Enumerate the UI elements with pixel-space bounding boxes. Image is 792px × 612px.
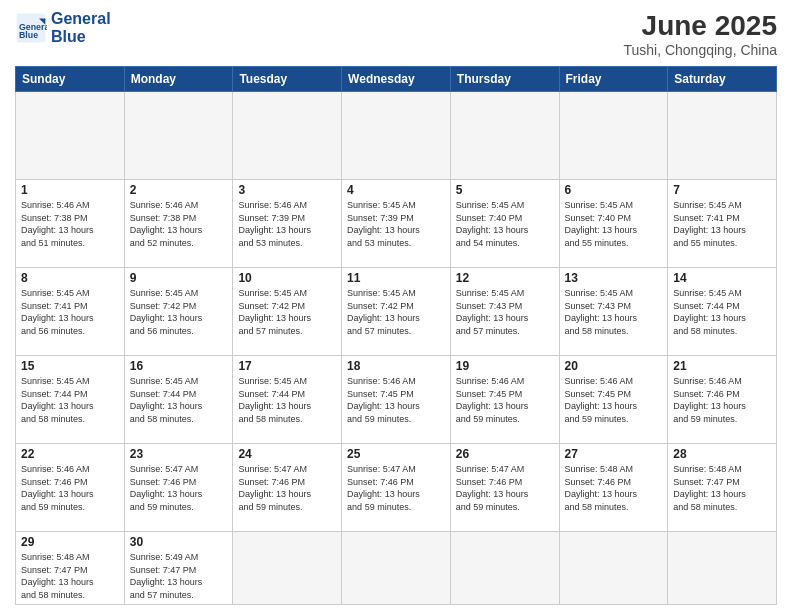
calendar-header-row: Sunday Monday Tuesday Wednesday Thursday…: [16, 67, 777, 92]
cell-info-line: and 59 minutes.: [347, 501, 445, 514]
page: General Blue General Blue June 2025 Tush…: [0, 0, 792, 612]
cell-info-line: Sunrise: 5:45 AM: [21, 375, 119, 388]
day-number: 19: [456, 359, 554, 373]
table-row: 15Sunrise: 5:45 AMSunset: 7:44 PMDayligh…: [16, 356, 125, 444]
cell-info-line: Daylight: 13 hours: [347, 312, 445, 325]
table-row: 18Sunrise: 5:46 AMSunset: 7:45 PMDayligh…: [342, 356, 451, 444]
cell-info-line: Sunrise: 5:49 AM: [130, 551, 228, 564]
table-row: 29Sunrise: 5:48 AMSunset: 7:47 PMDayligh…: [16, 532, 125, 605]
table-row: 4Sunrise: 5:45 AMSunset: 7:39 PMDaylight…: [342, 180, 451, 268]
table-row: 16Sunrise: 5:45 AMSunset: 7:44 PMDayligh…: [124, 356, 233, 444]
cell-info-line: Daylight: 13 hours: [347, 488, 445, 501]
day-number: 6: [565, 183, 663, 197]
cell-info-line: Daylight: 13 hours: [673, 400, 771, 413]
cell-info-line: Sunrise: 5:47 AM: [130, 463, 228, 476]
cell-info-line: Daylight: 13 hours: [130, 488, 228, 501]
col-tuesday: Tuesday: [233, 67, 342, 92]
day-number: 12: [456, 271, 554, 285]
table-row: 20Sunrise: 5:46 AMSunset: 7:45 PMDayligh…: [559, 356, 668, 444]
day-number: 4: [347, 183, 445, 197]
cell-info-line: Sunrise: 5:45 AM: [21, 287, 119, 300]
day-number: 17: [238, 359, 336, 373]
table-row: [668, 92, 777, 180]
cell-info-line: Sunrise: 5:46 AM: [130, 199, 228, 212]
cell-info-line: and 58 minutes.: [673, 325, 771, 338]
cell-info-line: Sunrise: 5:48 AM: [673, 463, 771, 476]
day-number: 21: [673, 359, 771, 373]
cell-info-line: Sunset: 7:44 PM: [130, 388, 228, 401]
cell-info-line: Sunset: 7:45 PM: [565, 388, 663, 401]
month-title: June 2025: [623, 10, 777, 42]
table-row: [450, 92, 559, 180]
cell-info-line: Sunset: 7:44 PM: [673, 300, 771, 313]
cell-info-line: and 59 minutes.: [238, 501, 336, 514]
cell-info-line: Sunrise: 5:48 AM: [565, 463, 663, 476]
cell-info-line: Daylight: 13 hours: [21, 488, 119, 501]
cell-info-line: Daylight: 13 hours: [456, 312, 554, 325]
table-row: [342, 532, 451, 605]
table-row: 9Sunrise: 5:45 AMSunset: 7:42 PMDaylight…: [124, 268, 233, 356]
cell-info-line: Sunrise: 5:47 AM: [456, 463, 554, 476]
table-row: [450, 532, 559, 605]
cell-info-line: Daylight: 13 hours: [21, 576, 119, 589]
col-friday: Friday: [559, 67, 668, 92]
cell-info-line: Sunset: 7:47 PM: [21, 564, 119, 577]
cell-info-line: Daylight: 13 hours: [347, 400, 445, 413]
day-number: 30: [130, 535, 228, 549]
table-row: 5Sunrise: 5:45 AMSunset: 7:40 PMDaylight…: [450, 180, 559, 268]
cell-info-line: Sunrise: 5:46 AM: [21, 463, 119, 476]
cell-info-line: and 58 minutes.: [238, 413, 336, 426]
cell-info-line: and 59 minutes.: [130, 501, 228, 514]
cell-info-line: and 58 minutes.: [673, 501, 771, 514]
day-number: 8: [21, 271, 119, 285]
day-number: 24: [238, 447, 336, 461]
table-row: 28Sunrise: 5:48 AMSunset: 7:47 PMDayligh…: [668, 444, 777, 532]
cell-info-line: Daylight: 13 hours: [673, 488, 771, 501]
cell-info-line: and 57 minutes.: [130, 589, 228, 602]
cell-info-line: and 58 minutes.: [21, 413, 119, 426]
cell-info-line: Sunset: 7:38 PM: [21, 212, 119, 225]
table-row: 13Sunrise: 5:45 AMSunset: 7:43 PMDayligh…: [559, 268, 668, 356]
table-row: 14Sunrise: 5:45 AMSunset: 7:44 PMDayligh…: [668, 268, 777, 356]
cell-info-line: Daylight: 13 hours: [565, 400, 663, 413]
cell-info-line: Sunrise: 5:47 AM: [347, 463, 445, 476]
table-row: [559, 92, 668, 180]
cell-info-line: Daylight: 13 hours: [21, 312, 119, 325]
day-number: 14: [673, 271, 771, 285]
cell-info-line: and 59 minutes.: [565, 413, 663, 426]
title-block: June 2025 Tushi, Chongqing, China: [623, 10, 777, 58]
day-number: 2: [130, 183, 228, 197]
cell-info-line: Sunrise: 5:46 AM: [565, 375, 663, 388]
logo-line1: General: [51, 10, 111, 28]
cell-info-line: and 59 minutes.: [456, 501, 554, 514]
cell-info-line: Sunrise: 5:45 AM: [347, 287, 445, 300]
col-saturday: Saturday: [668, 67, 777, 92]
day-number: 5: [456, 183, 554, 197]
cell-info-line: Sunset: 7:46 PM: [347, 476, 445, 489]
table-row: 2Sunrise: 5:46 AMSunset: 7:38 PMDaylight…: [124, 180, 233, 268]
cell-info-line: Sunrise: 5:45 AM: [456, 287, 554, 300]
svg-text:Blue: Blue: [19, 30, 38, 40]
cell-info-line: Daylight: 13 hours: [456, 400, 554, 413]
cell-info-line: Sunrise: 5:45 AM: [130, 375, 228, 388]
day-number: 28: [673, 447, 771, 461]
cell-info-line: Sunrise: 5:45 AM: [238, 375, 336, 388]
cell-info-line: Daylight: 13 hours: [565, 488, 663, 501]
day-number: 27: [565, 447, 663, 461]
cell-info-line: Sunrise: 5:45 AM: [130, 287, 228, 300]
day-number: 3: [238, 183, 336, 197]
cell-info-line: Sunset: 7:42 PM: [347, 300, 445, 313]
day-number: 18: [347, 359, 445, 373]
cell-info-line: Daylight: 13 hours: [238, 312, 336, 325]
logo: General Blue General Blue: [15, 10, 111, 45]
cell-info-line: and 58 minutes.: [130, 413, 228, 426]
cell-info-line: Daylight: 13 hours: [456, 488, 554, 501]
day-number: 7: [673, 183, 771, 197]
cell-info-line: Sunrise: 5:46 AM: [347, 375, 445, 388]
cell-info-line: Daylight: 13 hours: [130, 400, 228, 413]
day-number: 22: [21, 447, 119, 461]
cell-info-line: Sunset: 7:46 PM: [673, 388, 771, 401]
cell-info-line: and 57 minutes.: [238, 325, 336, 338]
cell-info-line: Sunset: 7:47 PM: [130, 564, 228, 577]
cell-info-line: Sunset: 7:41 PM: [21, 300, 119, 313]
